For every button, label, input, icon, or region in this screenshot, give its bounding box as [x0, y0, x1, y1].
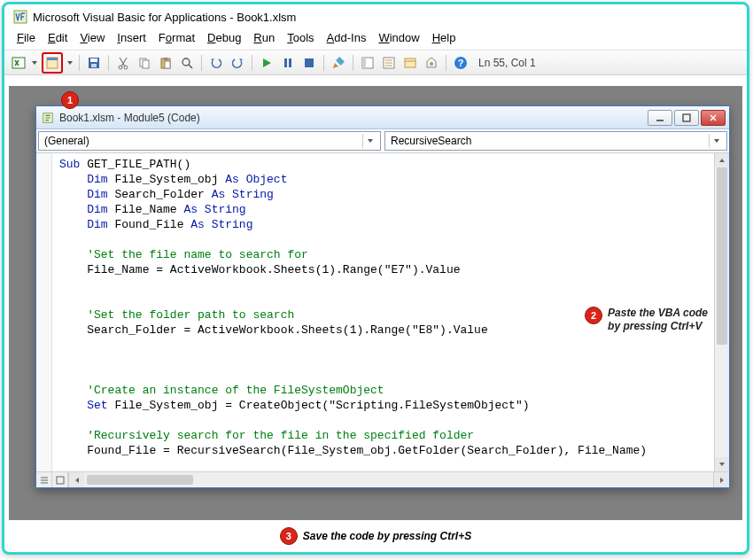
mdi-workspace: Book1.xlsm - Module5 (Code) (General) Re…: [9, 86, 742, 520]
menu-run[interactable]: Run: [248, 29, 280, 46]
object-dropdown-value: (General): [44, 135, 89, 147]
scroll-right-icon[interactable]: [713, 472, 729, 487]
toolbox-icon[interactable]: [423, 54, 440, 72]
module-icon: [42, 112, 54, 124]
menu-tools[interactable]: Tools: [282, 29, 319, 46]
reset-icon[interactable]: [300, 54, 318, 72]
scroll-left-icon[interactable]: [68, 472, 84, 487]
menu-format[interactable]: Format: [153, 29, 200, 46]
maximize-button[interactable]: [674, 110, 699, 126]
chevron-down-icon: [362, 134, 376, 148]
insert-highlighted: [42, 52, 63, 74]
annotation-3: 3 Save the code by pressing Ctrl+S: [4, 527, 747, 545]
object-dropdown[interactable]: (General): [38, 131, 381, 151]
svg-rect-28: [57, 477, 64, 484]
insert-userform-icon[interactable]: [43, 54, 61, 72]
annotation-badge-3: 3: [280, 527, 298, 545]
svg-rect-6: [91, 64, 97, 67]
save-icon[interactable]: [85, 54, 103, 72]
window-title: Microsoft Visual Basic for Applications …: [33, 11, 296, 24]
annotation-badge-2: 2: [585, 307, 602, 324]
break-icon[interactable]: [279, 54, 297, 72]
scroll-down-icon[interactable]: [715, 457, 729, 471]
code-gutter: [36, 153, 52, 471]
scroll-up-icon[interactable]: [715, 153, 729, 167]
help-icon[interactable]: ?: [452, 54, 470, 72]
procedure-dropdown[interactable]: RecursiveSearch: [384, 131, 727, 151]
vba-app-icon: [13, 10, 27, 24]
title-bar: Microsoft Visual Basic for Applications …: [4, 4, 747, 27]
menu-bar: File Edit View Insert Format Debug Run T…: [4, 27, 747, 51]
code-dropdowns: (General) RecursiveSearch: [36, 129, 729, 153]
horizontal-scrollbar[interactable]: [84, 472, 713, 487]
menu-insert[interactable]: Insert: [112, 29, 151, 46]
excel-view-icon[interactable]: [10, 54, 27, 72]
svg-text:?: ?: [458, 58, 464, 68]
app-window: Microsoft Visual Basic for Applications …: [2, 2, 749, 555]
svg-point-23: [430, 62, 433, 66]
full-module-view-icon[interactable]: [52, 472, 68, 487]
svg-rect-13: [165, 61, 170, 68]
cut-icon[interactable]: [114, 54, 132, 72]
horizontal-scrollbar-row: [36, 471, 729, 487]
project-explorer-icon[interactable]: [359, 54, 376, 72]
redo-icon[interactable]: [229, 54, 246, 72]
svg-rect-16: [289, 58, 291, 67]
menu-debug[interactable]: Debug: [202, 29, 246, 46]
svg-rect-20: [362, 58, 366, 68]
properties-icon[interactable]: [380, 54, 398, 72]
minimize-button[interactable]: [648, 110, 672, 126]
find-icon[interactable]: [178, 54, 196, 72]
menu-window[interactable]: Window: [373, 29, 424, 46]
run-icon[interactable]: [258, 54, 276, 72]
svg-rect-3: [47, 58, 58, 60]
procedure-dropdown-value: RecursiveSearch: [391, 135, 471, 147]
paste-icon[interactable]: [157, 54, 175, 72]
svg-rect-5: [90, 58, 97, 62]
copy-icon[interactable]: [136, 54, 153, 72]
close-button[interactable]: [701, 110, 726, 126]
svg-rect-17: [305, 58, 314, 67]
svg-rect-15: [284, 58, 287, 67]
annotation-badge-1: 1: [61, 91, 79, 109]
svg-rect-12: [164, 58, 167, 60]
design-mode-icon[interactable]: [330, 54, 347, 72]
menu-file[interactable]: File: [12, 29, 41, 46]
toolbar: ? Ln 55, Col 1: [4, 51, 747, 75]
svg-rect-22: [405, 58, 415, 67]
menu-edit[interactable]: Edit: [43, 29, 73, 46]
insert-dropdown[interactable]: [66, 54, 74, 72]
menu-addins[interactable]: Add-Ins: [322, 29, 372, 46]
svg-point-14: [182, 58, 190, 66]
code-window: Book1.xlsm - Module5 (Code) (General) Re…: [35, 105, 730, 488]
svg-point-7: [119, 66, 122, 69]
code-window-title: Book1.xlsm - Module5 (Code): [59, 112, 642, 124]
scrollbar-thumb[interactable]: [717, 167, 727, 345]
excel-view-dropdown[interactable]: [31, 54, 38, 72]
menu-help[interactable]: Help: [427, 29, 462, 46]
svg-rect-10: [143, 60, 149, 68]
svg-rect-27: [683, 114, 690, 121]
menu-view[interactable]: View: [74, 29, 110, 46]
code-window-titlebar[interactable]: Book1.xlsm - Module5 (Code): [36, 106, 729, 129]
svg-rect-1: [12, 58, 25, 68]
vertical-scrollbar[interactable]: [714, 153, 729, 471]
procedure-view-icon[interactable]: [36, 472, 52, 487]
svg-rect-18: [336, 57, 345, 66]
chevron-down-icon: [709, 134, 723, 148]
cursor-position: Ln 55, Col 1: [478, 57, 536, 69]
svg-point-8: [124, 66, 128, 69]
undo-icon[interactable]: [207, 54, 225, 72]
code-area: Sub GET_FILE_PATH() Dim File_System_obj …: [36, 153, 729, 471]
scrollbar-thumb[interactable]: [87, 475, 193, 485]
svg-rect-0: [14, 11, 27, 23]
annotation-2: 2 Paste the VBA codeby pressing Ctrl+V: [585, 307, 708, 333]
object-browser-icon[interactable]: [401, 54, 419, 72]
